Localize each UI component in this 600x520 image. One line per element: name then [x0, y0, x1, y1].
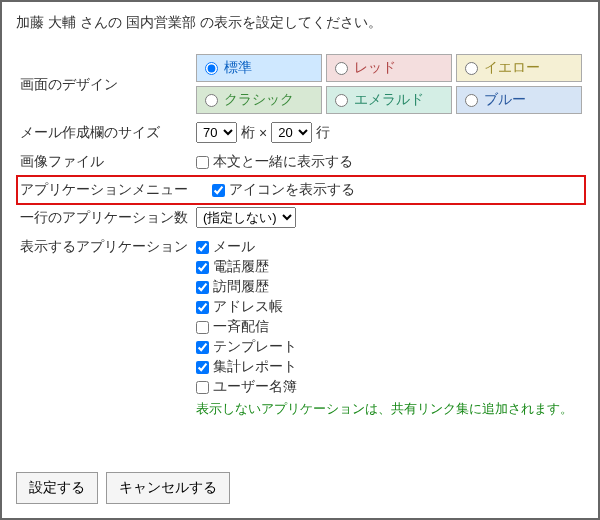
label-design: 画面のデザイン	[16, 50, 192, 118]
radio-yellow[interactable]	[465, 62, 478, 75]
app-checkbox-label: ユーザー名簿	[213, 378, 297, 396]
app-checkbox[interactable]	[196, 261, 209, 274]
settings-panel: 加藤 大輔 さんの 国内営業部 の表示を設定してください。 画面のデザイン 標準…	[0, 0, 600, 520]
app-checkbox[interactable]	[196, 321, 209, 334]
design-option-emerald[interactable]: エメラルド	[326, 86, 452, 114]
app-checkbox-label: アドレス帳	[213, 298, 283, 316]
app-checkbox-row: 集計レポート	[196, 358, 582, 376]
app-checkbox-label: 集計レポート	[213, 358, 297, 376]
label-apps-per-row: 一行のアプリケーション数	[16, 203, 192, 232]
design-option-grid: 標準 レッド イエロー クラシック	[196, 54, 582, 114]
radio-emerald[interactable]	[335, 94, 348, 107]
image-file-checkbox[interactable]	[196, 156, 209, 169]
design-option-label: ブルー	[484, 91, 526, 109]
app-checkbox-label: 訪問履歴	[213, 278, 269, 296]
app-checkbox-row: テンプレート	[196, 338, 582, 356]
design-option-label: イエロー	[484, 59, 540, 77]
button-bar: 設定する キャンセルする	[16, 472, 230, 504]
app-menu-row-highlight: アプリケーションメニュー アイコンを表示する	[16, 175, 586, 205]
app-checkbox[interactable]	[196, 281, 209, 294]
design-option-label: エメラルド	[354, 91, 424, 109]
app-checkbox-label: メール	[213, 238, 255, 256]
form-table: 画面のデザイン 標準 レッド イエロー	[16, 50, 586, 422]
design-option-classic[interactable]: クラシック	[196, 86, 322, 114]
cancel-button[interactable]: キャンセルする	[106, 472, 230, 504]
app-checkbox-row: 一斉配信	[196, 318, 582, 336]
radio-classic[interactable]	[205, 94, 218, 107]
design-option-label: 標準	[224, 59, 252, 77]
label-apps-to-show: 表示するアプリケーション	[16, 232, 192, 422]
app-checkbox[interactable]	[196, 381, 209, 394]
app-checkbox-row: アドレス帳	[196, 298, 582, 316]
prompt-text: 加藤 大輔 さんの 国内営業部 の表示を設定してください。	[16, 14, 584, 32]
label-app-menu: アプリケーションメニュー	[18, 181, 212, 199]
submit-button[interactable]: 設定する	[16, 472, 98, 504]
app-checkbox[interactable]	[196, 241, 209, 254]
mail-cols-select[interactable]: 70	[196, 122, 237, 143]
app-checkbox[interactable]	[196, 361, 209, 374]
app-menu-label: アイコンを表示する	[229, 181, 355, 199]
label-image-file: 画像ファイル	[16, 147, 192, 177]
app-checkbox-row: 電話履歴	[196, 258, 582, 276]
design-option-red[interactable]: レッド	[326, 54, 452, 82]
design-option-standard[interactable]: 標準	[196, 54, 322, 82]
mail-rows-unit: 行	[316, 124, 330, 142]
app-checkbox-label: テンプレート	[213, 338, 297, 356]
radio-blue[interactable]	[465, 94, 478, 107]
radio-standard[interactable]	[205, 62, 218, 75]
app-checkbox-label: 一斉配信	[213, 318, 269, 336]
app-menu-checkbox[interactable]	[212, 184, 225, 197]
design-option-label: レッド	[354, 59, 396, 77]
mail-cols-unit: 桁	[241, 124, 255, 142]
label-mail-size: メール作成欄のサイズ	[16, 118, 192, 147]
app-checkbox-row: ユーザー名簿	[196, 378, 582, 396]
image-file-label: 本文と一緒に表示する	[213, 153, 353, 171]
app-checkbox[interactable]	[196, 301, 209, 314]
app-checkbox-row: メール	[196, 238, 582, 256]
mail-rows-select[interactable]: 20	[271, 122, 312, 143]
radio-red[interactable]	[335, 62, 348, 75]
app-checkbox-label: 電話履歴	[213, 258, 269, 276]
design-option-blue[interactable]: ブルー	[456, 86, 582, 114]
app-checkbox-row: 訪問履歴	[196, 278, 582, 296]
design-option-label: クラシック	[224, 91, 294, 109]
apps-to-show-list: メール電話履歴訪問履歴アドレス帳一斉配信テンプレート集計レポートユーザー名簿	[196, 238, 582, 396]
apps-per-row-select[interactable]: (指定しない)	[196, 207, 296, 228]
app-checkbox[interactable]	[196, 341, 209, 354]
mail-sep: ×	[259, 125, 267, 141]
design-option-yellow[interactable]: イエロー	[456, 54, 582, 82]
apps-to-show-note: 表示しないアプリケーションは、共有リンク集に追加されます。	[196, 400, 582, 418]
